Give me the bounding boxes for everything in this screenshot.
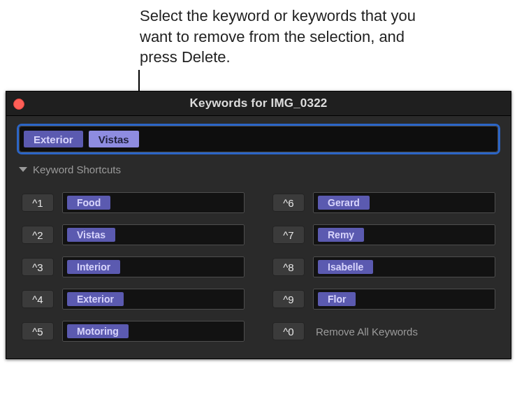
shortcut-key-label: ^1 [32, 197, 43, 209]
keyword-tag-label: Exterior [34, 133, 73, 145]
shortcut-key-label: ^3 [32, 261, 43, 273]
shortcut-key-label: ^5 [32, 326, 43, 338]
slot-tag[interactable]: Exterior [67, 292, 124, 306]
shortcut-slot[interactable]: Remy [313, 224, 495, 245]
slot-tag-label: Vistas [77, 229, 105, 240]
keyword-tag-label: Vistas [99, 133, 129, 145]
shortcut-row: ^2 Vistas [22, 224, 245, 245]
shortcut-key-button[interactable]: ^6 [272, 194, 305, 212]
shortcut-slot[interactable]: Exterior [62, 289, 245, 310]
slot-tag[interactable]: Remy [318, 228, 364, 242]
slot-tag[interactable]: Motoring [67, 324, 129, 338]
slot-tag[interactable]: Interior [67, 260, 120, 274]
slot-tag[interactable]: Gerard [318, 196, 370, 210]
shortcut-slot[interactable]: Interior [62, 256, 245, 277]
shortcut-row: ^5 Motoring [22, 321, 245, 342]
shortcut-key-button[interactable]: ^8 [272, 258, 305, 276]
shortcut-slot[interactable]: Food [62, 192, 245, 213]
shortcut-row: ^8 Isabelle [272, 256, 495, 277]
shortcut-row: ^6 Gerard [272, 192, 495, 213]
slot-tag-label: Motoring [77, 326, 119, 337]
shortcut-key-button[interactable]: ^4 [22, 290, 54, 308]
shortcut-key-button[interactable]: ^0 [272, 322, 305, 340]
shortcut-slot[interactable]: Motoring [62, 321, 245, 342]
shortcut-key-button[interactable]: ^2 [22, 226, 54, 244]
keyword-tag-selected[interactable]: Vistas [89, 131, 139, 147]
shortcut-slot[interactable]: Isabelle [313, 256, 495, 277]
slot-tag-label: Flor [328, 294, 346, 305]
shortcut-key-button[interactable]: ^3 [22, 258, 54, 276]
slot-tag-label: Interior [77, 261, 110, 273]
shortcut-key-button[interactable]: ^9 [272, 290, 305, 308]
shortcut-key-label: ^6 [283, 197, 293, 209]
shortcut-key-label: ^9 [283, 294, 293, 305]
slot-tag[interactable]: Isabelle [318, 260, 373, 274]
shortcut-slot[interactable]: Flor [313, 289, 495, 310]
shortcut-key-button[interactable]: ^7 [272, 226, 305, 244]
shortcut-grid: ^1 Food ^6 Gerard [6, 182, 511, 359]
keyword-input-field[interactable]: Exterior Vistas [19, 126, 498, 152]
titlebar: Keywords for IMG_0322 [6, 92, 511, 116]
keyword-field-wrap: Exterior Vistas [19, 126, 498, 152]
slot-tag-label: Isabelle [328, 261, 363, 273]
shortcut-key-label: ^7 [283, 229, 293, 241]
slot-tag-label: Food [77, 197, 101, 208]
slot-tag[interactable]: Flor [318, 292, 356, 306]
help-callout: Select the keyword or keywords that you … [140, 6, 426, 68]
keywords-window: Keywords for IMG_0322 Exterior Vistas Ke… [6, 91, 511, 359]
shortcut-slot[interactable]: Vistas [62, 224, 245, 245]
keyword-shortcuts-header[interactable]: Keyword Shortcuts [6, 159, 511, 182]
slot-tag-label: Gerard [328, 197, 360, 208]
shortcut-row: ^9 Flor [272, 289, 495, 310]
window-title: Keywords for IMG_0322 [190, 96, 328, 110]
shortcut-row: ^1 Food [22, 192, 245, 213]
shortcut-key-button[interactable]: ^1 [22, 194, 54, 212]
shortcut-slot[interactable]: Gerard [313, 192, 495, 213]
slot-tag[interactable]: Food [67, 196, 110, 210]
remove-all-keywords-label[interactable]: Remove All Keywords [313, 326, 418, 338]
keyword-tag[interactable]: Exterior [24, 131, 83, 147]
shortcut-row: ^0 Remove All Keywords [272, 321, 495, 342]
shortcut-row: ^3 Interior [22, 256, 245, 277]
help-callout-text: Select the keyword or keywords that you … [140, 7, 416, 66]
slot-tag-label: Exterior [77, 294, 114, 305]
disclosure-triangle-icon [19, 167, 27, 172]
shortcut-key-label: ^0 [283, 326, 293, 338]
shortcut-key-button[interactable]: ^5 [22, 322, 54, 340]
close-button[interactable] [13, 99, 24, 110]
slot-tag[interactable]: Vistas [67, 228, 115, 242]
shortcut-key-label: ^4 [32, 294, 43, 305]
shortcut-key-label: ^2 [32, 229, 43, 241]
slot-tag-label: Remy [328, 229, 354, 240]
shortcut-key-label: ^8 [283, 261, 293, 273]
shortcut-row: ^7 Remy [272, 224, 495, 245]
section-header-label: Keyword Shortcuts [33, 164, 121, 175]
shortcut-row: ^4 Exterior [22, 289, 245, 310]
